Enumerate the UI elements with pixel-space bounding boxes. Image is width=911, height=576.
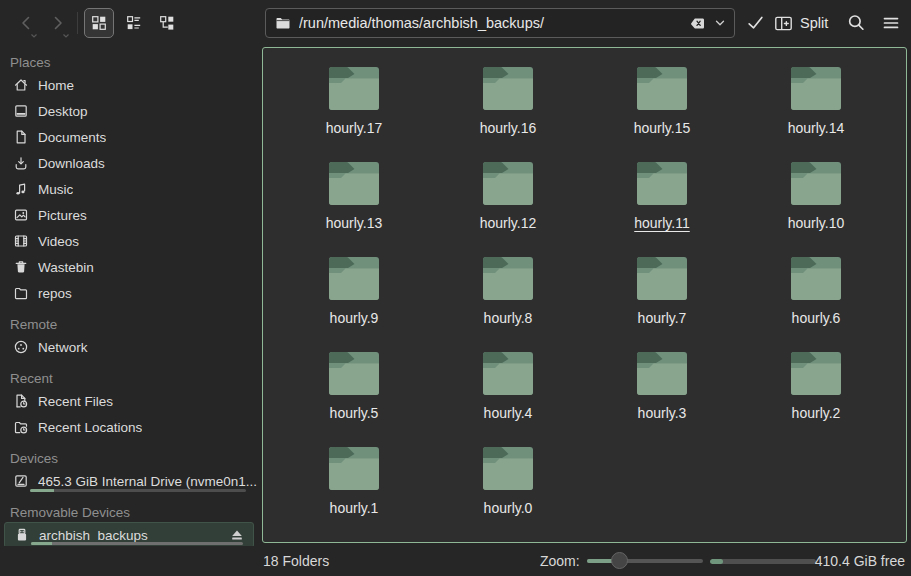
folder-item-hourly-14[interactable]: hourly.14 [739,64,893,159]
home-icon [13,77,29,93]
desktop-icon [13,103,29,119]
folder-icon [329,254,379,300]
sidebar-item-home[interactable]: Home [0,72,258,98]
folder-icon [637,349,687,395]
sidebar-item-network[interactable]: Network [0,334,258,360]
sidebar-item-label: archbish_backups [39,528,148,543]
toolbar-separator [77,12,78,34]
folder-item-hourly-0[interactable]: hourly.0 [431,444,585,539]
folder-label: hourly.5 [330,405,379,421]
folder-item-hourly-9[interactable]: hourly.9 [277,254,431,349]
sidebar-item-pictures[interactable]: Pictures [0,202,258,228]
folder-label: hourly.3 [638,405,687,421]
folder-item-hourly-3[interactable]: hourly.3 [585,349,739,444]
search-button[interactable] [842,9,870,37]
folder-item-hourly-11[interactable]: hourly.11 [585,159,739,254]
folder-label: hourly.13 [326,215,383,231]
folder-label: hourly.7 [638,310,687,326]
sidebar-item-wastebin[interactable]: Wastebin [0,254,258,280]
folder-item-hourly-12[interactable]: hourly.12 [431,159,585,254]
zoom-slider-handle[interactable] [611,552,628,569]
folder-item-hourly-1[interactable]: hourly.1 [277,444,431,539]
sidebar-item-label: Network [38,340,88,355]
folder-item-hourly-7[interactable]: hourly.7 [585,254,739,349]
forward-history-chevron-icon[interactable] [62,33,70,39]
folder-item-hourly-8[interactable]: hourly.8 [431,254,585,349]
location-path[interactable]: /run/media/thomas/archbish_backups/ [299,15,690,31]
location-bar[interactable]: /run/media/thomas/archbish_backups/ [265,8,735,38]
folder-icon [483,444,533,490]
sidebar-item-desktop[interactable]: Desktop [0,98,258,124]
sidebar-section-header-places: Places [0,52,258,72]
folder-label: hourly.2 [792,405,841,421]
folder-item-hourly-4[interactable]: hourly.4 [431,349,585,444]
back-history-chevron-icon[interactable] [30,33,38,39]
folder-label: hourly.9 [330,310,379,326]
folder-icon [329,444,379,490]
repos-icon [13,285,29,301]
location-dropdown-button[interactable] [713,16,727,30]
folder-item-hourly-5[interactable]: hourly.5 [277,349,431,444]
network-icon [13,339,29,355]
folder-icon [483,159,533,205]
eject-icon [229,527,245,543]
sidebar-item-documents[interactable]: Documents [0,124,258,150]
zoom-slider[interactable] [587,559,703,563]
folder-icon [483,64,533,110]
sidebar-item-465-3-gib-internal-drive-nvme0n1[interactable]: 465.3 GiB Internal Drive (nvme0n1... [0,468,258,494]
pictures-icon [13,207,29,223]
folder-item-hourly-6[interactable]: hourly.6 [739,254,893,349]
downloads-icon [13,155,29,171]
sidebar-item-label: Downloads [38,156,105,171]
zoom-label: Zoom: [540,546,580,576]
sidebar-item-label: 465.3 GiB Internal Drive (nvme0n1... [38,474,257,489]
capacity-bar-fill [710,559,723,564]
compact-view-icon [126,15,142,31]
folder-icon [483,349,533,395]
folder-item-hourly-2[interactable]: hourly.2 [739,349,893,444]
folder-icon [791,349,841,395]
drive-icon [13,473,29,489]
sidebar-item-recent-locations[interactable]: Recent Locations [0,414,258,440]
sidebar-section-header-remote: Remote [0,314,258,334]
sidebar-section-header-devices: Devices [0,448,258,468]
folder-icon [637,64,687,110]
eject-button[interactable] [229,527,247,545]
icons-view-button[interactable] [84,8,114,38]
sidebar-item-archbish-backups[interactable]: archbish_backups [4,522,254,546]
recent-locations-icon [13,419,29,435]
folder-item-hourly-17[interactable]: hourly.17 [277,64,431,159]
folder-icon [791,254,841,300]
sidebar-item-label: Desktop [38,104,88,119]
folder-label: hourly.8 [484,310,533,326]
tree-view-button[interactable] [152,8,182,38]
compact-view-button[interactable] [119,8,149,38]
sidebar-item-videos[interactable]: Videos [0,228,258,254]
folder-label: hourly.0 [484,500,533,516]
folder-view[interactable]: hourly.17 hourly.16 hourly.15 hourly.14 … [262,47,907,543]
folder-icon [329,159,379,205]
device-capacity-bar [31,542,243,545]
folder-item-hourly-15[interactable]: hourly.15 [585,64,739,159]
folder-item-hourly-10[interactable]: hourly.10 [739,159,893,254]
folder-item-hourly-13[interactable]: hourly.13 [277,159,431,254]
folder-icon [275,15,291,31]
checkmark-icon [746,13,765,32]
confirm-location-button[interactable] [742,9,769,36]
clear-location-button[interactable] [690,17,705,30]
split-view-icon [774,14,793,33]
sidebar-item-music[interactable]: Music [0,176,258,202]
sidebar-item-downloads[interactable]: Downloads [0,150,258,176]
folder-item-hourly-16[interactable]: hourly.16 [431,64,585,159]
split-view-button[interactable]: Split [768,8,834,38]
sidebar-item-label: Recent Locations [38,420,142,435]
folder-icon [329,349,379,395]
sidebar-item-recent-files[interactable]: Recent Files [0,388,258,414]
folder-icon [483,254,533,300]
menu-button[interactable] [876,9,906,37]
folder-label: hourly.1 [330,500,379,516]
folder-label: hourly.14 [788,120,845,136]
folder-label: hourly.12 [480,215,537,231]
sidebar-item-repos[interactable]: repos [0,280,258,306]
wastebin-icon [13,259,29,275]
